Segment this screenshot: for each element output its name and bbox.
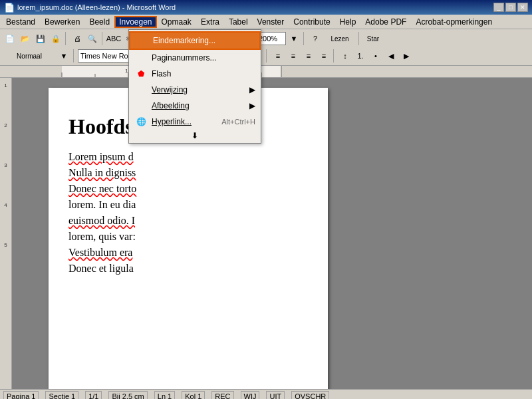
close-button[interactable]: ✕ bbox=[517, 3, 528, 12]
zoom-dropdown[interactable]: ▼ bbox=[287, 31, 301, 46]
hyperlink-label: Hyperlink... bbox=[152, 117, 221, 126]
afbeelding-icon bbox=[134, 100, 148, 111]
style-dropdown[interactable]: Normaal bbox=[3, 49, 56, 63]
separator-7 bbox=[73, 49, 76, 63]
menu-adobe-pdf[interactable]: Adobe PDF bbox=[360, 16, 411, 28]
separator-9 bbox=[266, 49, 269, 63]
ruler-num-4: 4 bbox=[0, 201, 11, 241]
separator-10 bbox=[333, 49, 336, 63]
title-bar-controls: _ □ ✕ bbox=[493, 3, 528, 12]
ruler-content: 1 2 3 bbox=[29, 66, 532, 77]
document-area: Hoofdstu Lorem ipsum d Nulla in digniss … bbox=[12, 78, 532, 389]
menu-extra[interactable]: Extra bbox=[196, 16, 224, 28]
align-right-button[interactable]: ≡ bbox=[301, 49, 316, 63]
status-track: WIJ bbox=[241, 391, 260, 400]
afbeelding-label: Afbeelding bbox=[152, 101, 249, 110]
horizontal-ruler: 1 2 3 bbox=[0, 66, 532, 78]
menu-paginanummers[interactable]: Paginanummers... bbox=[129, 50, 261, 66]
ruler-num-2: 2 bbox=[0, 121, 11, 161]
bullets-button[interactable]: • bbox=[368, 49, 383, 63]
separator-2 bbox=[102, 32, 104, 45]
preview-button[interactable]: 🔍 bbox=[85, 31, 100, 46]
status-col: Kol 1 bbox=[182, 391, 205, 400]
ruler-num-5: 5 bbox=[0, 241, 11, 281]
toolbar-area: 📄 📂 💾 🔒 🖨 🔍 ABC ✂ 📋 📌 ↩ ↪ ⊞ ≡ ¶ ▼ ? Leze… bbox=[0, 29, 532, 66]
dropdown-menu: Eindemarkering... Paginanummers... ⬟ Fla… bbox=[128, 29, 261, 144]
menu-venster[interactable]: Venster bbox=[253, 16, 289, 28]
title-bar-icon: 📄 bbox=[4, 3, 15, 13]
menu-acrobat[interactable]: Acrobat-opmerkingen bbox=[411, 16, 497, 28]
numbering-button[interactable]: 1. bbox=[353, 49, 368, 63]
status-extend: UIT bbox=[266, 391, 285, 400]
main-area: 1 2 3 4 5 Hoofdstu Lorem ipsum d Nulla i… bbox=[0, 78, 532, 389]
afbeelding-arrow: ▶ bbox=[249, 101, 255, 110]
document-body: Lorem ipsum d Nulla in digniss Donec nec… bbox=[68, 149, 308, 277]
eindemarkering-icon bbox=[136, 35, 149, 46]
align-left-button[interactable]: ≡ bbox=[271, 49, 285, 63]
toolbar-row-1: 📄 📂 💾 🔒 🖨 🔍 ABC ✂ 📋 📌 ↩ ↪ ⊞ ≡ ¶ ▼ ? Leze… bbox=[3, 31, 529, 47]
flash-label: Flash bbox=[152, 69, 255, 78]
decrease-indent-button[interactable]: ◀ bbox=[384, 49, 398, 63]
toolbar-row-2: Normaal ▼ ▼ ▼ B I U ≡ ≡ ≡ ≡ ↕ 1. • ◀ ▶ bbox=[3, 48, 529, 64]
menu-beeld[interactable]: Beeld bbox=[84, 16, 114, 28]
save-button[interactable]: 💾 bbox=[33, 31, 48, 46]
status-position: 1/1 bbox=[85, 391, 102, 400]
align-justify-button[interactable]: ≡ bbox=[317, 49, 331, 63]
menu-flash[interactable]: ⬟ Flash bbox=[129, 66, 261, 82]
permissions-button[interactable]: 🔒 bbox=[49, 31, 63, 46]
title-bar: 📄 lorem_ipsum.doc (Alleen-lezen) - Micro… bbox=[0, 0, 532, 15]
maximize-button[interactable]: □ bbox=[505, 3, 516, 12]
spellcheck-button[interactable]: ABC bbox=[106, 31, 121, 46]
menu-bar: Bestand Bewerken Beeld Invoegen Opmaak E… bbox=[0, 15, 532, 29]
menu-hyperlink[interactable]: 🌐 Hyperlink... Alt+Ctrl+H bbox=[129, 114, 261, 130]
align-center-button[interactable]: ≡ bbox=[286, 49, 301, 63]
menu-bewerken[interactable]: Bewerken bbox=[40, 16, 84, 28]
menu-help[interactable]: Help bbox=[335, 16, 361, 28]
title-bar-title: lorem_ipsum.doc (Alleen-lezen) - Microso… bbox=[17, 3, 176, 11]
ruler-num-1: 1 bbox=[0, 81, 11, 121]
more-icon: ⬇ bbox=[192, 131, 198, 140]
open-button[interactable]: 📂 bbox=[18, 31, 33, 46]
status-overwrite: OVSCHR bbox=[291, 391, 329, 400]
paginanummers-icon bbox=[134, 53, 148, 63]
ruler-num-3: 3 bbox=[0, 161, 11, 201]
verwijzing-label: Verwijzing bbox=[152, 85, 249, 94]
separator-5 bbox=[303, 32, 306, 45]
flash-icon: ⬟ bbox=[134, 68, 148, 79]
separator-1 bbox=[65, 32, 68, 45]
separator-6 bbox=[358, 32, 361, 45]
left-ruler: 1 2 3 4 5 bbox=[0, 78, 12, 389]
hyperlink-shortcut: Alt+Ctrl+H bbox=[221, 118, 255, 126]
hyperlink-icon: 🌐 bbox=[134, 116, 148, 127]
verwijzing-arrow: ▶ bbox=[249, 85, 255, 94]
status-at: Bij 2,5 cm bbox=[108, 391, 147, 400]
start-button[interactable]: Star bbox=[363, 31, 383, 46]
eindemarkering-label: Eindemarkering... bbox=[153, 36, 254, 45]
menu-contribute[interactable]: Contribute bbox=[289, 16, 334, 28]
status-page: Pagina 1 bbox=[3, 391, 39, 400]
line-spacing-button[interactable]: ↕ bbox=[338, 49, 352, 63]
print-button[interactable]: 🖨 bbox=[70, 31, 84, 46]
menu-eindemarkering[interactable]: Eindemarkering... bbox=[129, 31, 261, 50]
menu-verwijzing[interactable]: Verwijzing ▶ bbox=[129, 82, 261, 98]
menu-tabel[interactable]: Tabel bbox=[224, 16, 253, 28]
status-line: Ln 1 bbox=[154, 391, 175, 400]
increase-indent-button[interactable]: ▶ bbox=[399, 49, 414, 63]
menu-invoegen[interactable]: Invoegen bbox=[114, 16, 156, 28]
new-button[interactable]: 📄 bbox=[3, 31, 17, 46]
menu-bestand[interactable]: Bestand bbox=[1, 16, 40, 28]
status-section: Sectie 1 bbox=[45, 391, 78, 400]
style-arrow[interactable]: ▼ bbox=[57, 49, 71, 63]
dropdown-more[interactable]: ⬇ bbox=[129, 130, 261, 142]
verwijzing-icon bbox=[134, 84, 148, 95]
status-record: REC bbox=[211, 391, 233, 400]
paginanummers-label: Paginanummers... bbox=[152, 53, 255, 63]
menu-opmaak[interactable]: Opmaak bbox=[157, 16, 196, 28]
read-button[interactable]: Lezen bbox=[323, 31, 356, 46]
status-bar: Pagina 1 Sectie 1 1/1 Bij 2,5 cm Ln 1 Ko… bbox=[0, 389, 532, 399]
help-button[interactable]: ? bbox=[308, 31, 323, 46]
menu-afbeelding[interactable]: Afbeelding ▶ bbox=[129, 98, 261, 114]
minimize-button[interactable]: _ bbox=[493, 3, 504, 12]
